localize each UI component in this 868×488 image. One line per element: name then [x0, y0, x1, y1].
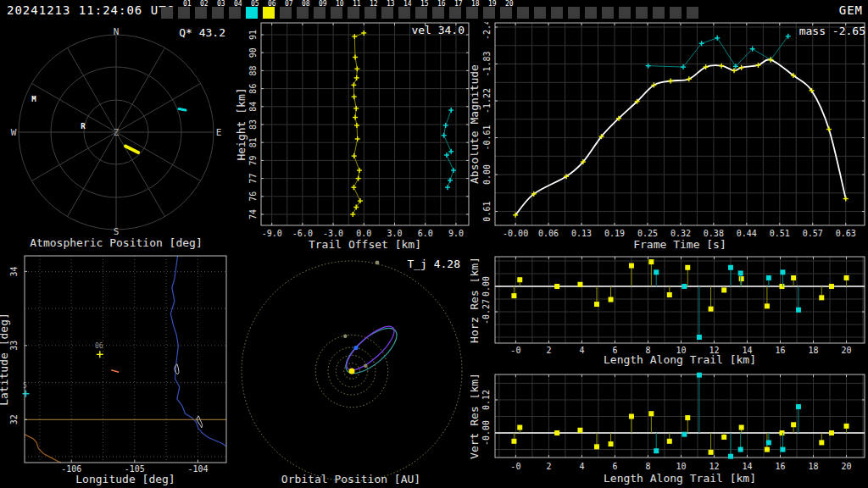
y-tick-label: 81 [248, 137, 258, 147]
station-box-10[interactable]: 10 [331, 7, 342, 19]
x-tick-label: -0 [510, 462, 520, 471]
series-station-05-horz-res [654, 265, 801, 340]
x-tick-label: 10 [676, 462, 686, 471]
x-tick-label: -6.0 [292, 229, 313, 238]
xlabel-magnitude: Frame Time [s] [633, 238, 726, 249]
x-tick-label: -3.0 [323, 229, 343, 238]
y-tick-label: 0.00 [481, 276, 491, 297]
plot-frame [495, 257, 865, 343]
station-letter-M: M [31, 95, 36, 103]
station-box[interactable] [602, 7, 614, 19]
map-station-label: 06 [95, 342, 103, 350]
station-box-label: 09 [319, 1, 327, 8]
station-box[interactable] [568, 7, 580, 19]
station-box-label: 07 [285, 1, 293, 8]
station-box[interactable] [653, 7, 665, 19]
x-tick-label: 2 [546, 346, 551, 355]
station-box-label: 20 [505, 1, 514, 8]
station-box-14[interactable]: 14 [398, 7, 410, 19]
panel-atmospheric-position: NESWZMRAtmospheric Position [deg]Q* 43.2 [0, 22, 231, 251]
x-tick-label: 0.57 [803, 229, 823, 238]
station-box[interactable] [687, 7, 698, 19]
station-box-13[interactable]: 13 [381, 7, 393, 19]
station-box-label: 10 [336, 1, 344, 8]
plot-frame [25, 256, 226, 463]
y-tick-label: 0.00 [482, 164, 492, 185]
ylabel-trail: Height [km] [235, 87, 248, 160]
x-tick-label: -9.0 [262, 229, 282, 238]
y-tick-label: 86 [248, 84, 258, 94]
station-box-16[interactable]: 16 [432, 7, 444, 19]
station-box-08[interactable]: 08 [297, 7, 309, 19]
x-tick-label: 0.25 [637, 229, 658, 238]
station-box-02[interactable]: 02 [195, 7, 207, 19]
panel-horz-residuals: -024681012141618200.00-0.27Length Along … [470, 251, 868, 366]
station-box[interactable] [619, 7, 631, 19]
panel-trail-offset: -9.0-6.0-3.00.03.06.09.09190888684838179… [231, 22, 470, 251]
station-box-15[interactable]: 15 [415, 7, 427, 19]
venus-dot [364, 364, 367, 368]
panel-ground-map: 065-106-105-104343332Longitude [deg]Lati… [0, 251, 237, 488]
x-tick-label: 0.51 [770, 229, 790, 238]
y-tick-label: 76 [248, 191, 258, 202]
station-box-label: 14 [403, 1, 412, 8]
ground-map-plot: 065-106-105-104343332Longitude [deg]Lati… [0, 251, 237, 488]
station-box-07[interactable]: 07 [280, 7, 292, 19]
x-tick-label: 20 [842, 346, 852, 355]
y-tick-label: -2.44 [482, 22, 492, 40]
station-letter-R: R [81, 122, 86, 130]
grid [495, 374, 865, 458]
station-box-11[interactable]: 11 [348, 7, 359, 19]
station-box[interactable] [161, 7, 173, 19]
station-box-04[interactable]: 04 [229, 7, 241, 19]
orbital-position-plot: Orbital Position [AU]T_j 4.28 [237, 251, 470, 488]
station-box-label: 06 [268, 1, 276, 8]
x-tick-label: 8 [645, 462, 650, 471]
station-box[interactable] [534, 7, 546, 19]
y-tick-label: 32 [9, 414, 19, 424]
tick-marks [495, 23, 865, 225]
x-tick-label: 0.19 [604, 229, 625, 238]
x-tick-label: 6.0 [418, 229, 433, 238]
x-tick-label: -0.00 [503, 229, 528, 238]
x-tick-label: 0.38 [704, 229, 724, 238]
x-tick-label: 18 [809, 462, 819, 471]
x-tick-label: 18 [809, 346, 819, 355]
map-station-label: 5 [23, 382, 27, 390]
x-tick-label: -104 [187, 464, 208, 474]
grid [261, 23, 469, 225]
station-box-12[interactable]: 12 [364, 7, 376, 19]
x-tick-label: 0.06 [538, 229, 559, 238]
station-box[interactable] [551, 7, 563, 19]
station-box-05[interactable]: 05 [246, 7, 258, 19]
station-box-03[interactable]: 03 [212, 7, 224, 19]
station-box-label: 03 [217, 1, 225, 8]
station-box-19[interactable]: 19 [483, 7, 495, 19]
grid [495, 23, 865, 225]
station-box-09[interactable]: 09 [314, 7, 326, 19]
x-tick-label: 0.63 [836, 229, 856, 238]
top-bar: 20241213 11:24:06 UTC 010203040506070809… [0, 0, 868, 22]
title-orbital: Orbital Position [AU] [281, 473, 420, 485]
ylabel-vert: Vert Res [km] [470, 373, 481, 459]
station-box-01[interactable]: 01 [178, 7, 190, 19]
earth-dot [353, 346, 358, 350]
tick-marks [25, 271, 198, 463]
station-box-20[interactable]: 20 [500, 7, 512, 19]
annotation-trail: vel 34.0 [411, 24, 465, 36]
x-tick-label: 16 [775, 462, 785, 471]
station-box[interactable] [670, 7, 682, 19]
station-box-06[interactable]: 06 [263, 7, 275, 19]
station-box-17[interactable]: 17 [449, 7, 461, 19]
station-box[interactable] [636, 7, 648, 19]
station-indicator-row: 0102030405060708091011121314151617181920 [0, 0, 763, 22]
station-box-label: 13 [387, 1, 395, 8]
y-tick-label: -0.00 [481, 420, 491, 446]
x-tick-label: 20 [842, 462, 852, 471]
station-box[interactable] [585, 7, 597, 19]
y-tick-label: 74 [248, 209, 258, 219]
station-box[interactable] [517, 7, 529, 19]
station-box-18[interactable]: 18 [466, 7, 478, 19]
y-tick-label: 0.12 [481, 390, 491, 410]
x-tick-label: 0.32 [670, 229, 691, 238]
